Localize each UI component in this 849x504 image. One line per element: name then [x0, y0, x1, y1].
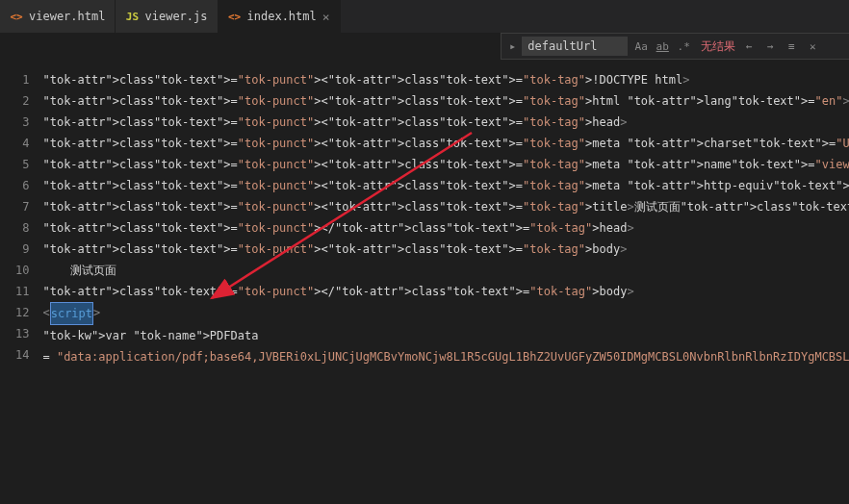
find-next-icon[interactable]: →: [762, 38, 778, 54]
file-icon: JS: [125, 11, 139, 23]
find-close-icon[interactable]: ✕: [805, 38, 820, 54]
line-number: 6: [15, 175, 29, 196]
code-line[interactable]: "tok-attr">class"tok-text">="tok-punct">…: [42, 90, 849, 112]
whole-word-icon[interactable]: ab: [655, 38, 670, 54]
code-line[interactable]: "tok-kw">var "tok-name">PDFData: [42, 325, 849, 346]
tabs-bar: <>viewer.htmlJSviewer.js<>index.html× ▶ …: [0, 0, 849, 33]
line-number: 12: [15, 302, 29, 323]
code-line[interactable]: "tok-attr">class"tok-text">="tok-punct">…: [42, 69, 849, 90]
code-line[interactable]: = "data:application/pdf;base64,JVBERi0xL…: [42, 346, 849, 367]
tab-label: index.html: [247, 10, 317, 23]
line-number: 7: [15, 196, 29, 217]
tab[interactable]: <>viewer.html: [0, 0, 116, 33]
close-icon[interactable]: ×: [322, 10, 330, 24]
match-case-icon[interactable]: Aa: [633, 38, 649, 54]
code-line[interactable]: "tok-attr">class"tok-text">="tok-punct">…: [42, 154, 849, 175]
line-number: 4: [15, 133, 29, 154]
line-number: 11: [15, 281, 29, 302]
line-number: 1: [15, 69, 29, 90]
find-expand-icon[interactable]: ▸: [509, 39, 516, 53]
line-number: 8: [15, 217, 29, 239]
find-result-text: 无结果: [701, 38, 735, 55]
line-number: 14: [15, 344, 29, 365]
tab[interactable]: <>index.html×: [219, 0, 341, 33]
code-line[interactable]: "tok-attr">class"tok-text">="tok-punct">…: [42, 175, 849, 196]
regex-icon[interactable]: .*: [676, 38, 691, 54]
find-input[interactable]: [522, 37, 628, 56]
editor[interactable]: 1234567891011121314 "tok-attr">class"tok…: [0, 60, 849, 504]
line-number: 10: [15, 260, 29, 281]
code-content[interactable]: "tok-attr">class"tok-text">="tok-punct">…: [42, 60, 849, 504]
code-line[interactable]: "tok-attr">class"tok-text">="tok-punct">…: [42, 196, 849, 217]
tab-label: viewer.html: [29, 10, 105, 23]
find-selection-icon[interactable]: ≡: [784, 38, 799, 54]
line-number: 9: [15, 239, 29, 260]
file-icon: <>: [228, 11, 242, 23]
code-line[interactable]: "tok-attr">class"tok-text">="tok-punct">…: [42, 217, 849, 239]
line-number: 5: [15, 154, 29, 175]
code-line[interactable]: <script>: [42, 302, 849, 325]
find-prev-icon[interactable]: ←: [741, 38, 757, 54]
code-line[interactable]: 测试页面: [42, 260, 849, 281]
code-line[interactable]: "tok-attr">class"tok-text">="tok-punct">…: [42, 112, 849, 133]
code-line[interactable]: "tok-attr">class"tok-text">="tok-punct">…: [42, 281, 849, 302]
find-bar: ▸ Aa ab .* 无结果 ← → ≡ ✕: [501, 33, 849, 60]
line-number: 3: [15, 112, 29, 133]
main: <>viewer.htmlJSviewer.js<>index.html× ▶ …: [0, 0, 849, 504]
code-line[interactable]: "tok-attr">class"tok-text">="tok-punct">…: [42, 239, 849, 260]
tab-label: viewer.js: [144, 10, 207, 23]
tab[interactable]: JSviewer.js: [116, 0, 218, 33]
code-line[interactable]: "tok-attr">class"tok-text">="tok-punct">…: [42, 133, 849, 154]
line-number: 2: [15, 90, 29, 112]
file-icon: <>: [10, 11, 23, 23]
line-number: 13: [15, 323, 29, 344]
gutter: 1234567891011121314: [0, 60, 42, 504]
